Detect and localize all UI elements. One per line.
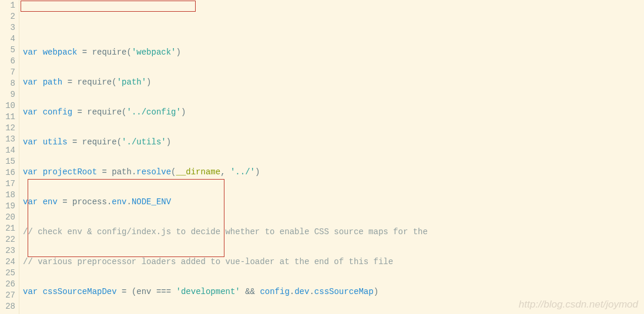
line-number: 21 bbox=[0, 223, 19, 234]
line-number: 14 bbox=[0, 145, 19, 156]
line-number-gutter: 1 2 3 4 5 6 7 8 9 10 11 12 13 14 15 16 1… bbox=[0, 0, 19, 314]
code-line: var webpack = require('webpack') bbox=[23, 47, 644, 58]
line-number: 22 bbox=[0, 234, 19, 245]
line-number: 23 bbox=[0, 245, 19, 256]
code-line: var cssSourceMapDev = (env === 'developm… bbox=[23, 286, 644, 298]
line-number: 6 bbox=[0, 56, 19, 67]
code-editor: 1 2 3 4 5 6 7 8 9 10 11 12 13 14 15 16 1… bbox=[0, 0, 644, 314]
ident-webpack: webpack bbox=[43, 48, 78, 57]
line-number: 4 bbox=[0, 33, 19, 45]
line-number: 2 bbox=[0, 11, 19, 22]
line-number: 8 bbox=[0, 78, 19, 89]
line-number: 11 bbox=[0, 112, 19, 123]
line-number: 1 bbox=[0, 0, 19, 11]
line-number: 3 bbox=[0, 22, 19, 33]
line-number: 9 bbox=[0, 89, 19, 100]
line-number: 26 bbox=[0, 279, 19, 290]
keyword-var: var bbox=[23, 48, 38, 57]
code-line: var projectRoot = path.resolve(__dirname… bbox=[23, 167, 644, 178]
code-line: // check env & config/index.js to decide… bbox=[23, 227, 644, 238]
code-line: // various preprocessor loaders added to… bbox=[23, 256, 644, 268]
ident-require: require bbox=[92, 48, 127, 57]
line-number: 15 bbox=[0, 156, 19, 167]
line-number: 27 bbox=[0, 290, 19, 301]
comment: // check env & config/index.js to decide… bbox=[23, 227, 428, 237]
line-number: 28 bbox=[0, 301, 19, 312]
code-line: var env = process.env.NODE_ENV bbox=[23, 197, 644, 208]
line-number: 20 bbox=[0, 212, 19, 223]
code-line: var config = require('../config') bbox=[23, 107, 644, 118]
highlight-box-line1 bbox=[21, 1, 196, 12]
line-number: 13 bbox=[0, 134, 19, 145]
code-line: var path = require('path') bbox=[23, 77, 644, 88]
line-number: 5 bbox=[0, 45, 19, 56]
line-number: 25 bbox=[0, 268, 19, 279]
line-number: 10 bbox=[0, 100, 19, 112]
line-number: 18 bbox=[0, 190, 19, 201]
line-number: 12 bbox=[0, 123, 19, 134]
line-number: 17 bbox=[0, 178, 19, 190]
ident-dirname: __dirname bbox=[176, 167, 221, 177]
line-number: 16 bbox=[0, 167, 19, 178]
comment: // various preprocessor loaders added to… bbox=[23, 257, 393, 266]
line-number: 7 bbox=[0, 67, 19, 78]
line-number: 24 bbox=[0, 256, 19, 268]
watermark-text: http://blog.csdn.net/joymod bbox=[519, 299, 638, 310]
line-number: 19 bbox=[0, 201, 19, 212]
code-area[interactable]: var webpack = require('webpack') var pat… bbox=[19, 0, 644, 314]
highlight-box-plugins bbox=[28, 179, 224, 257]
code-line: var utils = require('./utils') bbox=[23, 137, 644, 148]
string: 'webpack' bbox=[132, 48, 176, 57]
